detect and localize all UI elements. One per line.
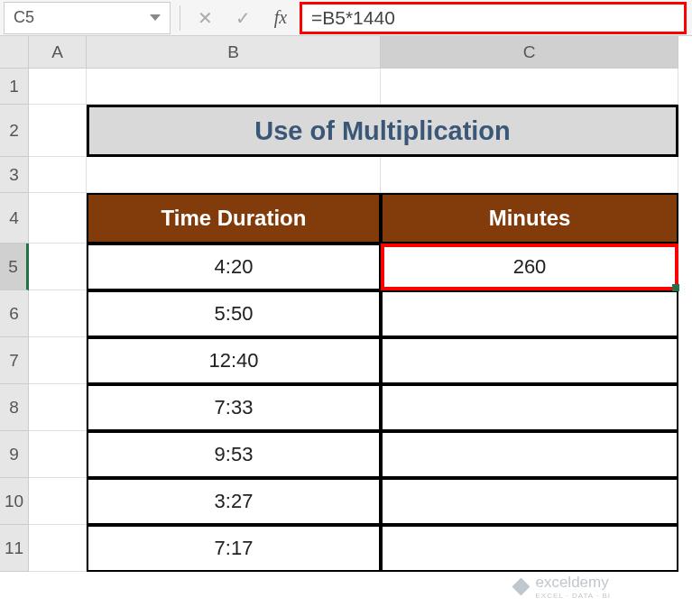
name-box[interactable]: C5	[4, 2, 171, 34]
cell-c10[interactable]	[381, 478, 678, 525]
row-header-10[interactable]: 10	[0, 478, 29, 525]
cell-b1[interactable]	[87, 69, 381, 105]
b8-value: 7:33	[215, 396, 254, 419]
cell-a2[interactable]	[29, 105, 87, 157]
cell-a6[interactable]	[29, 290, 87, 337]
cell-a9[interactable]	[29, 431, 87, 478]
cell-b9[interactable]: 9:53	[87, 431, 381, 478]
cell-c3[interactable]	[381, 157, 678, 193]
divider	[180, 5, 180, 31]
cell-c6[interactable]	[381, 290, 678, 337]
column-headers: A B C	[29, 36, 678, 69]
b11-value: 7:17	[215, 537, 254, 560]
cell-b6[interactable]: 5:50	[87, 290, 381, 337]
cell-b7[interactable]: 12:40	[87, 337, 381, 384]
row-header-4[interactable]: 4	[0, 193, 29, 244]
b5-value: 4:20	[215, 255, 254, 279]
cell-c9[interactable]	[381, 431, 678, 478]
b9-value: 9:53	[215, 443, 254, 466]
watermark-sub: EXCEL · DATA · BI	[535, 592, 611, 600]
cell-c8[interactable]	[381, 384, 678, 431]
cell-a8[interactable]	[29, 384, 87, 431]
title-cell[interactable]: Use of Multiplication	[87, 105, 678, 157]
row-header-2[interactable]: 2	[0, 105, 29, 157]
b6-value: 5:50	[215, 302, 254, 326]
row-header-3[interactable]: 3	[0, 157, 29, 193]
col-header-b[interactable]: B	[87, 36, 381, 69]
name-box-value: C5	[14, 8, 34, 27]
chevron-down-icon[interactable]	[150, 14, 161, 21]
check-icon[interactable]: ✓	[224, 2, 262, 34]
formula-value: =B5*1440	[311, 7, 395, 29]
select-all-corner[interactable]	[0, 36, 29, 69]
cell-b11[interactable]: 7:17	[87, 525, 381, 572]
cell-b5[interactable]: 4:20	[87, 244, 381, 290]
cell-a5[interactable]	[29, 244, 87, 290]
cell-b10[interactable]: 3:27	[87, 478, 381, 525]
header-b-text: Time Duration	[161, 206, 307, 231]
col-header-a[interactable]: A	[29, 36, 87, 69]
row-header-1[interactable]: 1	[0, 69, 29, 105]
fx-icon[interactable]: fx	[262, 2, 300, 34]
formula-input[interactable]: =B5*1440	[300, 2, 687, 34]
spreadsheet-grid: A B C 1 2 3 4 5 6 7 8 9 10 11 Use of Mul…	[0, 36, 692, 616]
header-minutes[interactable]: Minutes	[381, 193, 678, 244]
row-header-11[interactable]: 11	[0, 525, 29, 572]
title-text: Use of Multiplication	[254, 116, 511, 146]
cell-a4[interactable]	[29, 193, 87, 244]
cell-a10[interactable]	[29, 478, 87, 525]
cells-area: Use of Multiplication Time Duration Minu…	[29, 69, 678, 572]
watermark-text: exceldemy	[535, 574, 608, 591]
header-time-duration[interactable]: Time Duration	[87, 193, 381, 244]
cell-a3[interactable]	[29, 157, 87, 193]
cell-a11[interactable]	[29, 525, 87, 572]
row-header-9[interactable]: 9	[0, 431, 29, 478]
cell-c1[interactable]	[381, 69, 678, 105]
cell-c11[interactable]	[381, 525, 678, 572]
b7-value: 12:40	[208, 349, 258, 372]
cell-c5[interactable]: 260	[381, 244, 678, 290]
cell-a1[interactable]	[29, 69, 87, 105]
row-header-7[interactable]: 7	[0, 337, 29, 384]
cell-b8[interactable]: 7:33	[87, 384, 381, 431]
watermark-badge-icon	[512, 578, 530, 596]
formula-bar: C5 ✕ ✓ fx =B5*1440	[0, 0, 692, 36]
row-header-8[interactable]: 8	[0, 384, 29, 431]
watermark: exceldemy EXCEL · DATA · BI	[512, 574, 611, 600]
cancel-icon[interactable]: ✕	[186, 2, 224, 34]
cell-b3[interactable]	[87, 157, 381, 193]
row-header-6[interactable]: 6	[0, 290, 29, 337]
row-headers: 1 2 3 4 5 6 7 8 9 10 11	[0, 69, 29, 572]
cell-c7[interactable]	[381, 337, 678, 384]
b10-value: 3:27	[215, 490, 254, 513]
row-header-5[interactable]: 5	[0, 244, 29, 290]
c5-value: 260	[513, 255, 547, 279]
cell-a7[interactable]	[29, 337, 87, 384]
col-header-c[interactable]: C	[381, 36, 678, 69]
header-c-text: Minutes	[489, 206, 571, 231]
